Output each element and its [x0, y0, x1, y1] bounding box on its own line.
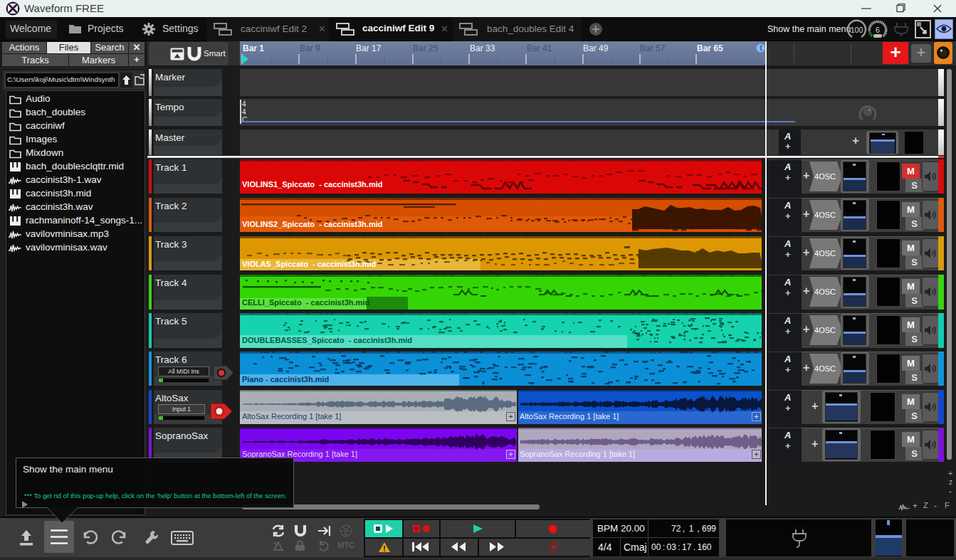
svg-text:6: 6 — [876, 26, 880, 34]
svg-text:Bar 41: Bar 41 — [527, 43, 552, 53]
svg-text:4OSC: 4OSC — [814, 211, 836, 219]
svg-text:Bar 65: Bar 65 — [697, 43, 723, 53]
svg-text:Bar 25: Bar 25 — [413, 43, 438, 53]
svg-text:4OSC: 4OSC — [814, 364, 836, 373]
svg-text:4OSC: 4OSC — [814, 326, 836, 334]
svg-text:4OSC: 4OSC — [814, 287, 836, 296]
svg-text:Bar 17: Bar 17 — [356, 43, 382, 53]
svg-text:Bar 9: Bar 9 — [300, 43, 320, 53]
svg-text:100: 100 — [851, 26, 863, 34]
svg-text:4OSC: 4OSC — [814, 249, 836, 258]
svg-text:Bar 1: Bar 1 — [243, 43, 264, 53]
svg-text:Bar 33: Bar 33 — [470, 43, 495, 53]
svg-text:Bar 49: Bar 49 — [583, 43, 609, 53]
svg-text:Bar 57: Bar 57 — [640, 43, 666, 53]
svg-text:4OSC: 4OSC — [814, 172, 836, 181]
